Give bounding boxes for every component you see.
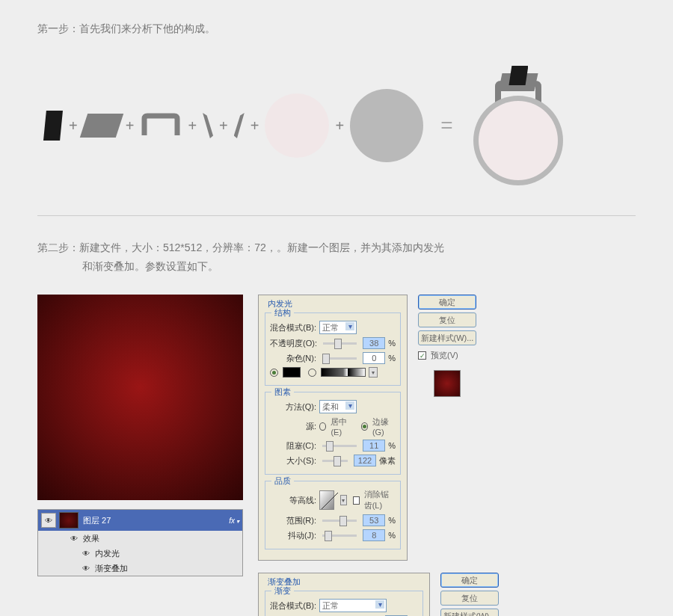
shape-gray-circle (350, 89, 423, 162)
fieldset-gradient-legend: 渐变 (271, 585, 294, 597)
inner-glow-panel: 内发光 结构 混合模式(B): 正常 不透明度(O): 38 % (258, 295, 408, 561)
layer-name: 图层 27 (83, 515, 239, 526)
shape-gray-parallelogram (79, 114, 123, 138)
opacity-slider[interactable] (323, 342, 357, 345)
eye-icon[interactable]: 👁 (45, 517, 52, 525)
source-label: 源: (270, 421, 316, 432)
size-input[interactable]: 122 (354, 455, 376, 466)
ok-button[interactable]: 确定 (440, 573, 499, 588)
fx-indicator[interactable]: fx▾ (229, 517, 239, 525)
new-style-button[interactable]: 新建样式(W)... (418, 330, 476, 345)
shape-blade-right (234, 113, 245, 138)
gradient-dropdown-icon[interactable]: ▾ (369, 367, 378, 378)
range-slider[interactable] (322, 520, 357, 522)
color-radio[interactable] (270, 369, 278, 377)
style-preview-swatch (434, 370, 461, 397)
effect-grad-overlay-row[interactable]: 👁渐变叠加 (38, 561, 242, 576)
layer-thumbnail (59, 512, 79, 529)
size-slider[interactable] (322, 460, 348, 462)
blend-mode-select[interactable]: 正常 (319, 599, 387, 612)
source-center-label: 居中(E) (331, 416, 353, 437)
contour-dropdown-icon[interactable]: ▾ (340, 495, 347, 505)
dialog-buttons-2: 确定 复位 新建样式(W)... 预览(V) (440, 573, 499, 616)
glow-gradient-bar[interactable] (321, 368, 366, 377)
plus-icon: + (251, 117, 259, 135)
shape-bracket (140, 113, 182, 138)
noise-input[interactable]: 0 (363, 352, 385, 364)
blend-mode-label: 混合模式(B): (270, 322, 316, 333)
step2-title: 第二步：新建文件，大小：512*512，分辨率：72，。新建一个图层，并为其添加… (37, 238, 636, 276)
size-label: 大小(S): (270, 455, 316, 466)
reset-button[interactable]: 复位 (440, 591, 499, 606)
shape-light-circle (265, 93, 329, 158)
shape-black-trapezoid (43, 111, 63, 141)
method-label: 方法(Q): (270, 401, 316, 413)
noise-slider[interactable] (322, 357, 357, 360)
jitter-slider[interactable] (322, 535, 357, 537)
plus-icon: + (219, 117, 228, 135)
size-unit: 像素 (379, 455, 396, 466)
antialiased-label: 消除锯齿(L) (364, 489, 396, 511)
gradient-overlay-panel: 渐变叠加 渐变 混合模式(B): 正常 不透明度(P): 100 % (258, 573, 430, 616)
choke-input[interactable]: 11 (363, 440, 385, 452)
dialog-buttons-1: 确定 复位 新建样式(W)... 预览(V) (418, 295, 476, 397)
choke-label: 阻塞(C): (270, 440, 316, 452)
layers-panel: 👁 图层 27 fx▾ 👁效果 👁内发光 👁渐变叠加 (37, 509, 243, 576)
gradient-radio[interactable] (308, 369, 316, 377)
jitter-label: 抖动(J): (270, 530, 316, 541)
opacity-label: 不透明度(O): (270, 338, 317, 349)
composition-diagram: + + + + + + = (37, 66, 636, 185)
contour-label: 等高线: (270, 495, 316, 506)
method-select[interactable]: 柔和 (319, 400, 357, 413)
new-style-button[interactable]: 新建样式(W)... (440, 609, 499, 616)
range-label: 范围(R): (270, 515, 316, 526)
red-gradient-preview (37, 295, 243, 500)
plus-icon: + (335, 117, 344, 135)
fieldset-quality-legend: 品质 (271, 475, 294, 487)
contour-picker[interactable] (319, 490, 334, 510)
fieldset-structure-legend: 结构 (271, 307, 294, 318)
watch-composite (470, 66, 567, 185)
effects-header-row[interactable]: 👁效果 (38, 531, 242, 546)
noise-label: 杂色(N): (270, 353, 316, 364)
source-edge-radio[interactable] (361, 422, 368, 431)
fieldset-elements-legend: 图素 (271, 386, 294, 398)
plus-icon: + (188, 117, 197, 135)
antialiased-checkbox[interactable] (353, 496, 360, 505)
choke-slider[interactable] (322, 445, 357, 447)
opacity-input[interactable]: 38 (363, 337, 385, 349)
plus-icon: + (69, 117, 78, 135)
blend-mode-label: 混合模式(B): (270, 600, 316, 612)
jitter-input[interactable]: 8 (363, 529, 385, 541)
layer-row-active[interactable]: 👁 图层 27 fx▾ (38, 510, 242, 531)
preview-label: 预览(V) (431, 350, 458, 361)
ok-button[interactable]: 确定 (418, 295, 476, 309)
blend-mode-select[interactable]: 正常 (319, 321, 357, 334)
step1-title: 第一步：首先我们来分析下他的构成。 (37, 22, 636, 36)
shape-blade-left (203, 113, 213, 138)
source-center-radio[interactable] (319, 422, 326, 431)
preview-checkbox[interactable] (418, 351, 426, 360)
source-edge-label: 边缘(G) (372, 416, 396, 437)
reset-button[interactable]: 复位 (418, 312, 476, 327)
effect-inner-glow-row[interactable]: 👁内发光 (38, 546, 242, 561)
glow-color-swatch[interactable] (283, 367, 301, 378)
section-divider (37, 215, 636, 216)
plus-icon: + (126, 117, 135, 135)
range-input[interactable]: 53 (363, 514, 385, 526)
equals-icon: = (440, 114, 452, 138)
